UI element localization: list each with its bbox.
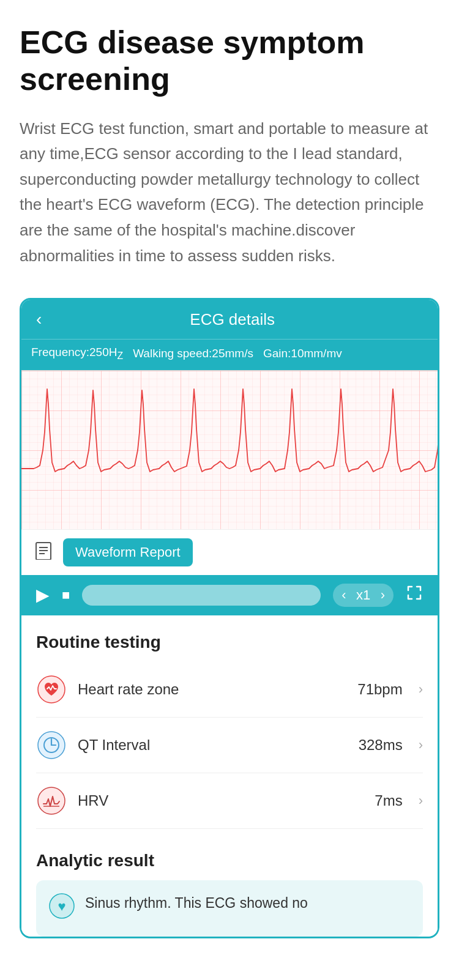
- hrv-row[interactable]: HRV 7ms ›: [36, 773, 423, 829]
- page-title: ECG disease symptom screening: [20, 24, 439, 98]
- ecg-toolbar: Waveform Report: [21, 529, 438, 575]
- qt-interval-chevron: ›: [419, 737, 423, 753]
- frequency-info: Frequency:250HZ: [31, 346, 123, 362]
- back-button[interactable]: ‹: [36, 310, 42, 329]
- ecg-waveform: [21, 370, 438, 529]
- ecg-card: ‹ ECG details Frequency:250HZ Walking sp…: [20, 298, 439, 938]
- analytic-result-text: Sinus rhythm. This ECG showed no: [85, 893, 308, 914]
- hrv-label: HRV: [78, 792, 364, 809]
- heart-rate-chevron: ›: [419, 681, 423, 697]
- page-wrapper: ECG disease symptom screening Wrist ECG …: [0, 0, 459, 938]
- heart-rate-icon: [36, 674, 67, 705]
- speed-control: ‹ x1 ›: [333, 584, 394, 607]
- routine-section: Routine testing Heart rate zone 71bpm ›: [21, 615, 438, 834]
- play-button[interactable]: ▶: [36, 585, 50, 605]
- progress-bar[interactable]: [82, 585, 321, 606]
- svg-text:♥: ♥: [58, 899, 65, 914]
- waveform-report-button[interactable]: Waveform Report: [63, 538, 193, 566]
- svg-rect-1: [21, 371, 438, 529]
- fullscreen-button[interactable]: [406, 584, 423, 606]
- ecg-header: ‹ ECG details: [21, 300, 438, 339]
- qt-interval-icon: [36, 730, 67, 760]
- hrv-value: 7ms: [375, 792, 402, 809]
- ecg-title: ECG details: [42, 310, 423, 329]
- page-description: Wrist ECG test function, smart and porta…: [20, 116, 439, 269]
- routine-title: Routine testing: [36, 633, 423, 652]
- speed-value: x1: [353, 587, 375, 603]
- speed-increase-button[interactable]: ›: [381, 587, 385, 603]
- analytic-section: Analytic result ♥ Sinus rhythm. This ECG…: [21, 834, 438, 937]
- ecg-info-bar: Frequency:250HZ Walking speed:25mm/s Gai…: [21, 339, 438, 370]
- heart-rate-row[interactable]: Heart rate zone 71bpm ›: [36, 662, 423, 718]
- analytic-result-card: ♥ Sinus rhythm. This ECG showed no: [36, 880, 423, 937]
- analytic-title: Analytic result: [36, 851, 423, 870]
- qt-interval-row[interactable]: QT Interval 328ms ›: [36, 718, 423, 773]
- qt-interval-value: 328ms: [359, 737, 403, 754]
- playback-bar: ▶ ■ ‹ x1 ›: [21, 575, 438, 615]
- stop-button[interactable]: ■: [62, 587, 70, 603]
- heart-rate-label: Heart rate zone: [78, 681, 346, 698]
- report-list-icon: [34, 540, 53, 564]
- speed-decrease-button[interactable]: ‹: [341, 587, 346, 603]
- qt-interval-label: QT Interval: [78, 737, 348, 754]
- heart-rate-value: 71bpm: [357, 681, 402, 698]
- gain-info: Gain:10mm/mv: [263, 347, 342, 360]
- walking-speed-info: Walking speed:25mm/s: [133, 347, 253, 360]
- hrv-chevron: ›: [419, 793, 423, 809]
- analytic-icon: ♥: [48, 893, 75, 924]
- hrv-icon: [36, 785, 67, 816]
